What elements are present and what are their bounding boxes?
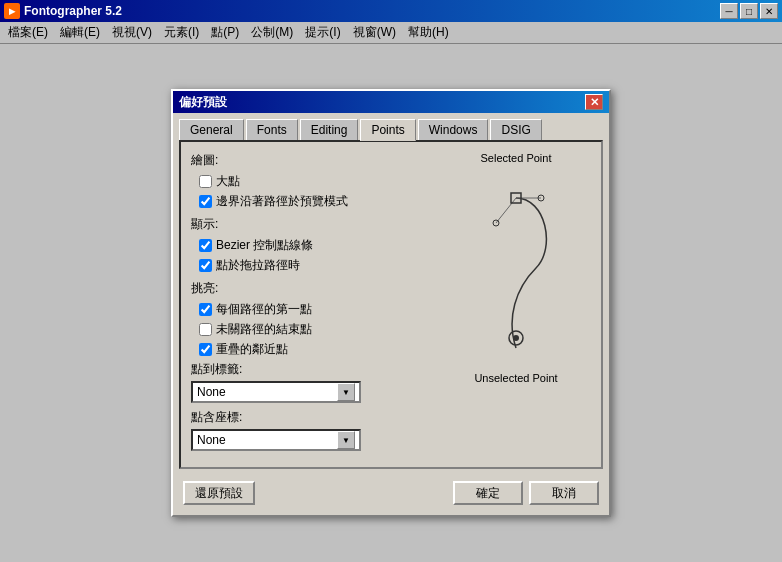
svg-point-6 [513,335,519,341]
checkbox-drag: 點於拖拉路徑時 [199,257,431,274]
point-coords-dropdown-arrow[interactable]: ▼ [337,431,355,449]
dialog-title-bar: 偏好預設 ✕ [173,91,609,113]
ok-button[interactable]: 確定 [453,481,523,505]
drag-checkbox[interactable] [199,259,212,272]
main-background: 偏好預設 ✕ General Fonts Editing Points Wind… [0,44,782,562]
point-coords-section: 點含座標: None ▼ [191,409,431,451]
checkbox-bezier: Bezier 控制點線條 [199,237,431,254]
footer-left: 還原預設 [183,481,255,505]
open-end-checkbox[interactable] [199,323,212,336]
menu-metric[interactable]: 公制(M) [245,22,299,43]
open-end-label: 未關路徑的結束點 [216,321,312,338]
tab-points[interactable]: Points [360,119,415,141]
tab-windows[interactable]: Windows [418,119,489,140]
point-label-dropdown[interactable]: None ▼ [191,381,361,403]
tab-bar: General Fonts Editing Points Windows DSI… [173,113,609,140]
tab-editing[interactable]: Editing [300,119,359,140]
dialog-footer: 還原預設 確定 取消 [173,475,609,515]
preferences-dialog: 偏好預設 ✕ General Fonts Editing Points Wind… [171,89,611,517]
tab-dsig[interactable]: DSIG [490,119,541,140]
dialog-close-button[interactable]: ✕ [585,94,603,110]
dialog-body: 繪圖: 大點 邊界沿著路徑於預覽模式 顯示: Bezier 控制點線條 [179,140,603,469]
menu-view[interactable]: 視視(V) [106,22,158,43]
tab-general[interactable]: General [179,119,244,140]
point-label-section: 點到標籤: None ▼ [191,361,431,403]
boundary-checkbox[interactable] [199,195,212,208]
menu-hint[interactable]: 提示(I) [299,22,346,43]
minimize-button[interactable]: ─ [720,3,738,19]
title-bar: ▶ Fontographer 5.2 ─ □ ✕ [0,0,782,22]
bezier-label: Bezier 控制點線條 [216,237,313,254]
checkbox-open-end: 未關路徑的結束點 [199,321,431,338]
cancel-button[interactable]: 取消 [529,481,599,505]
maximize-button[interactable]: □ [740,3,758,19]
selected-point-label: Selected Point [481,152,552,164]
point-preview-canvas [446,168,586,368]
display-section-label: 顯示: [191,216,431,233]
svg-line-1 [496,198,516,223]
drag-label: 點於拖拉路徑時 [216,257,300,274]
close-button[interactable]: ✕ [760,3,778,19]
overlap-label: 重疊的鄰近點 [216,341,288,358]
menu-point[interactable]: 點(P) [205,22,245,43]
checkbox-overlap: 重疊的鄰近點 [199,341,431,358]
menu-file[interactable]: 檔案(E) [2,22,54,43]
footer-right: 確定 取消 [453,481,599,505]
first-point-label: 每個路徑的第一點 [216,301,312,318]
highlight-section-label: 挑亮: [191,280,431,297]
menu-edit[interactable]: 編輯(E) [54,22,106,43]
checkbox-large-point: 大點 [199,173,431,190]
menu-bar: 檔案(E) 編輯(E) 視視(V) 元素(I) 點(P) 公制(M) 提示(I)… [0,22,782,44]
bezier-checkbox[interactable] [199,239,212,252]
dialog-title: 偏好預設 [179,94,227,111]
drawing-section-label: 繪圖: [191,152,431,169]
unselected-point-label: Unselected Point [474,372,557,384]
left-panel: 繪圖: 大點 邊界沿著路徑於預覽模式 顯示: Bezier 控制點線條 [191,152,431,457]
right-panel: Selected Point [441,152,591,457]
boundary-label: 邊界沿著路徑於預覽模式 [216,193,348,210]
point-coords-dropdown[interactable]: None ▼ [191,429,361,451]
point-coords-title: 點含座標: [191,409,431,426]
reset-button[interactable]: 還原預設 [183,481,255,505]
title-bar-buttons: ─ □ ✕ [720,3,778,19]
large-point-checkbox[interactable] [199,175,212,188]
menu-help[interactable]: 幫助(H) [402,22,455,43]
checkbox-boundary: 邊界沿著路徑於預覽模式 [199,193,431,210]
point-label-dropdown-arrow[interactable]: ▼ [337,383,355,401]
app-title: Fontographer 5.2 [24,4,122,18]
app-icon: ▶ [4,3,20,19]
menu-window[interactable]: 視窗(W) [347,22,402,43]
menu-element[interactable]: 元素(I) [158,22,205,43]
large-point-label: 大點 [216,173,240,190]
tab-fonts[interactable]: Fonts [246,119,298,140]
overlap-checkbox[interactable] [199,343,212,356]
checkbox-first-point: 每個路徑的第一點 [199,301,431,318]
first-point-checkbox[interactable] [199,303,212,316]
point-label-title: 點到標籤: [191,361,431,378]
